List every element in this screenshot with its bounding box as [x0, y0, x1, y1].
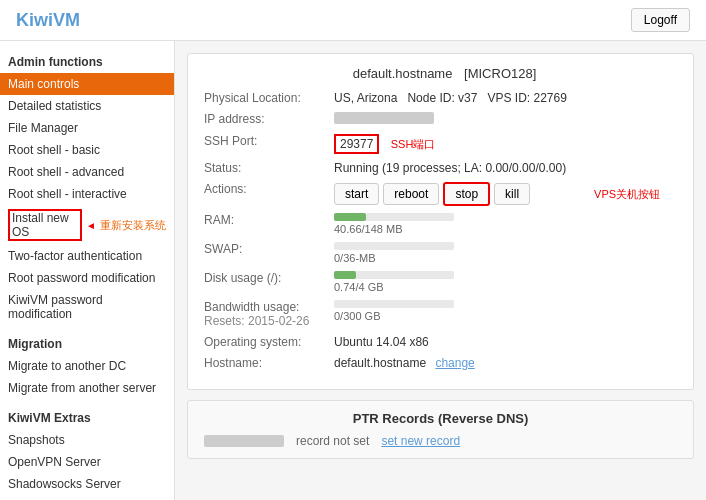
bandwidth-resets: Resets: 2015-02-26	[204, 314, 334, 328]
install-annotation: 重新安装系统	[100, 218, 166, 233]
sidebar-item-main-controls[interactable]: Main controls	[0, 73, 174, 95]
sidebar-item-migrate-server[interactable]: Migrate from another server	[0, 377, 174, 399]
server-title: default.hostname [MICRO128]	[204, 66, 677, 81]
bandwidth-value: 0/300 GB	[334, 300, 677, 322]
hostname-label: Hostname:	[204, 356, 334, 370]
extras-section-title: KiwiVM Extras	[0, 405, 174, 429]
ptr-title: PTR Records (Reverse DNS)	[204, 411, 677, 426]
sidebar-item-openvpn[interactable]: OpenVPN Server	[0, 451, 174, 473]
bandwidth-label: Bandwidth usage: Resets: 2015-02-26	[204, 300, 334, 328]
sidebar-item-shadowsocks[interactable]: Shadowsocks Server	[0, 473, 174, 495]
start-button[interactable]: start	[334, 183, 379, 205]
bandwidth-progress-label: 0/300 GB	[334, 310, 677, 322]
hostname-value: default.hostname change	[334, 356, 677, 370]
sidebar-item-install-new-os[interactable]: Install new OS ◄ 重新安装系统	[0, 205, 174, 245]
ram-row: RAM: 40.66/148 MB	[204, 213, 677, 235]
disk-row: Disk usage (/): 0.74/4 GB	[204, 271, 677, 293]
os-row: Operating system: Ubuntu 14.04 x86	[204, 335, 677, 349]
ssh-port-highlight: 29377	[334, 134, 379, 154]
actions-label: Actions:	[204, 182, 334, 196]
os-value: Ubuntu 14.04 x86	[334, 335, 677, 349]
disk-progress-label: 0.74/4 GB	[334, 281, 677, 293]
disk-value: 0.74/4 GB	[334, 271, 677, 293]
header: KiwiVM Logoff	[0, 0, 706, 41]
status-label: Status:	[204, 161, 334, 175]
ram-progress-bar	[334, 213, 454, 221]
sidebar-item-root-shell-interactive[interactable]: Root shell - interactive	[0, 183, 174, 205]
status-row: Status: Running (19 processes; LA: 0.00/…	[204, 161, 677, 175]
sidebar-item-two-factor[interactable]: Two-factor authentication	[0, 245, 174, 267]
disk-progress-bar	[334, 271, 454, 279]
ssh-port-value: 29377 SSH端口	[334, 134, 677, 154]
ptr-records-card: PTR Records (Reverse DNS) record not set…	[187, 400, 694, 459]
os-label: Operating system:	[204, 335, 334, 349]
sidebar-item-detailed-statistics[interactable]: Detailed statistics	[0, 95, 174, 117]
status-value: Running (19 processes; LA: 0.00/0.00/0.0…	[334, 161, 677, 175]
ip-placeholder	[334, 112, 434, 124]
server-info-card: default.hostname [MICRO128] Physical Loc…	[187, 53, 694, 390]
hostname-row: Hostname: default.hostname change	[204, 356, 677, 370]
sidebar-item-migrate-dc[interactable]: Migrate to another DC	[0, 355, 174, 377]
swap-value: 0/36-MB	[334, 242, 677, 264]
ptr-content: record not set set new record	[204, 434, 677, 448]
ptr-set-new-record-link[interactable]: set new record	[381, 434, 460, 448]
logoff-button[interactable]: Logoff	[631, 8, 690, 32]
vps-annotation: VPS关机按钮	[594, 187, 660, 202]
ip-value	[334, 112, 677, 127]
ptr-status: record not set	[296, 434, 369, 448]
sidebar-item-root-shell-basic[interactable]: Root shell - basic	[0, 139, 174, 161]
stop-button[interactable]: stop	[443, 182, 490, 206]
disk-label: Disk usage (/):	[204, 271, 334, 285]
ssh-port-row: SSH Port: 29377 SSH端口	[204, 134, 677, 154]
actions-row: Actions: start reboot stop kill VPS关机按钮	[204, 182, 677, 206]
sidebar-item-kiwi-password[interactable]: KiwiVM password modification	[0, 289, 174, 325]
install-arrow-icon: ◄	[86, 220, 96, 231]
ram-progress-fill	[334, 213, 366, 221]
swap-progress-bar	[334, 242, 454, 250]
ram-progress-label: 40.66/148 MB	[334, 223, 677, 235]
ram-label: RAM:	[204, 213, 334, 227]
reboot-button[interactable]: reboot	[383, 183, 439, 205]
ptr-placeholder	[204, 435, 284, 447]
sidebar-item-snapshots[interactable]: Snapshots	[0, 429, 174, 451]
sidebar-item-root-shell-advanced[interactable]: Root shell - advanced	[0, 161, 174, 183]
admin-section-title: Admin functions	[0, 49, 174, 73]
ip-row: IP address:	[204, 112, 677, 127]
migration-section-title: Migration	[0, 331, 174, 355]
sidebar: Admin functions Main controls Detailed s…	[0, 41, 175, 500]
bandwidth-row: Bandwidth usage: Resets: 2015-02-26 0/30…	[204, 300, 677, 328]
sidebar-item-root-password[interactable]: Root password modification	[0, 267, 174, 289]
location-label: Physical Location:	[204, 91, 334, 105]
content-area: default.hostname [MICRO128] Physical Loc…	[175, 41, 706, 500]
bandwidth-progress-bar	[334, 300, 454, 308]
ssh-annotation: SSH端口	[391, 138, 436, 150]
location-row: Physical Location: US, Arizona Node ID: …	[204, 91, 677, 105]
install-new-os-label: Install new OS	[8, 209, 82, 241]
actions-value: start reboot stop kill VPS关机按钮	[334, 182, 677, 206]
ssh-port-label: SSH Port:	[204, 134, 334, 148]
change-hostname-link[interactable]: change	[435, 356, 474, 370]
disk-progress-fill	[334, 271, 356, 279]
swap-progress-label: 0/36-MB	[334, 252, 677, 264]
kill-button[interactable]: kill	[494, 183, 530, 205]
logo: KiwiVM	[16, 10, 80, 31]
sidebar-item-file-manager[interactable]: File Manager	[0, 117, 174, 139]
location-value: US, Arizona Node ID: v37 VPS ID: 22769	[334, 91, 677, 105]
ram-value: 40.66/148 MB	[334, 213, 677, 235]
swap-row: SWAP: 0/36-MB	[204, 242, 677, 264]
ip-label: IP address:	[204, 112, 334, 126]
swap-label: SWAP:	[204, 242, 334, 256]
